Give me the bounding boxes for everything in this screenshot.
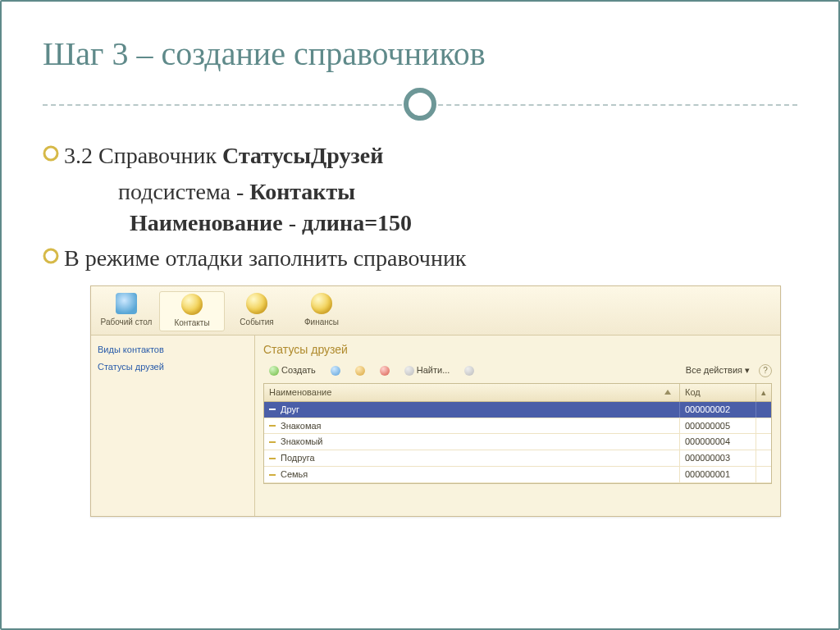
cell-scroll-gutter (756, 424, 771, 427)
topbar-label: Контакты (160, 318, 224, 327)
desktop-icon (116, 293, 137, 314)
grid-header: Наименование Код ▴ (264, 384, 771, 402)
cell-code: 000000004 (680, 434, 756, 450)
topbar-item[interactable]: Контакты (159, 291, 225, 331)
cell-code: 000000002 (680, 402, 756, 418)
text-bold: СтатусыДрузей (222, 143, 383, 168)
indent-line-1: подсистема - Контакты (118, 176, 797, 208)
main-panel: Статусы друзей Создать Найти... (255, 336, 780, 516)
clear-search-button[interactable] (459, 364, 480, 377)
create-button[interactable]: Создать (263, 363, 322, 378)
data-grid: Наименование Код ▴ Друг000000002Знакомая… (263, 383, 772, 484)
help-button[interactable]: ? (759, 364, 772, 377)
copy-icon (331, 366, 340, 376)
item-icon (269, 458, 276, 459)
pencil-icon (355, 366, 365, 376)
cell-scroll-gutter (756, 441, 771, 444)
cell-scroll-gutter (756, 457, 771, 460)
all-actions-label: Все действия (686, 364, 742, 377)
topbar: Рабочий столКонтактыСобытияФинансы (91, 286, 780, 336)
copy-button[interactable] (325, 364, 346, 377)
table-row[interactable]: Семья000000001 (264, 467, 771, 483)
app-body: Виды контактовСтатусы друзей Статусы дру… (91, 336, 780, 516)
search-clear-icon (464, 366, 474, 376)
scroll-header: ▴ (756, 384, 771, 401)
bullet-item-2: В режиме отладки заполнить справочник (43, 243, 797, 274)
cell-scroll-gutter (756, 408, 771, 411)
text-bold: длина=150 (302, 210, 412, 235)
topbar-item[interactable]: События (225, 291, 290, 331)
delete-icon (380, 366, 390, 376)
cell-name-text: Знакомый (281, 436, 323, 448)
cell-name: Семья (264, 467, 680, 482)
cell-name: Друг (264, 402, 680, 418)
find-button[interactable]: Найти... (399, 363, 456, 378)
grid-body: Друг000000002Знакомая000000005Знакомый00… (264, 402, 771, 483)
item-icon (269, 425, 276, 427)
sidebar: Виды контактовСтатусы друзей (91, 336, 255, 516)
sphere-icon (181, 294, 203, 315)
item-icon (269, 474, 276, 476)
panel-title: Статусы друзей (263, 342, 772, 358)
divider (43, 88, 797, 121)
table-row[interactable]: Знакомая000000005 (264, 418, 771, 435)
bullet-icon (43, 145, 64, 167)
cell-name-text: Семья (281, 468, 308, 481)
cell-name-text: Подруга (281, 452, 315, 464)
sort-asc-icon (664, 390, 671, 395)
slide: Шаг 3 – создание справочников 3.2 Справо… (0, 0, 840, 630)
table-row[interactable]: Подруга000000003 (264, 450, 771, 467)
app-window: Рабочий столКонтактыСобытияФинансы Виды … (90, 285, 781, 517)
toolbar: Создать Найти... Все действия (263, 363, 772, 378)
cell-name-text: Друг (281, 404, 299, 416)
table-row[interactable]: Друг000000002 (264, 402, 771, 418)
search-icon (404, 366, 414, 376)
table-row[interactable]: Знакомый000000004 (264, 434, 771, 450)
cell-name: Знакомая (264, 418, 680, 434)
text-fragment: подсистема - (118, 179, 249, 204)
item-icon (269, 441, 276, 443)
cell-name: Подруга (264, 450, 680, 466)
create-label: Создать (281, 364, 316, 377)
svg-point-1 (44, 249, 57, 262)
bullet-2-text: В режиме отладки заполнить справочник (64, 243, 797, 274)
topbar-label: События (225, 317, 289, 326)
text-fragment: 3.2 Справочник (64, 143, 222, 168)
delete-button[interactable] (374, 364, 395, 377)
sidebar-link[interactable]: Виды контактов (98, 344, 248, 356)
topbar-item[interactable]: Финансы (290, 291, 354, 331)
text-fragment: - (283, 210, 302, 235)
cell-scroll-gutter (756, 473, 771, 477)
sphere-icon (311, 293, 332, 314)
divider-circle-icon (404, 88, 436, 121)
find-label: Найти... (417, 364, 450, 377)
text-bold: Наименование (130, 210, 283, 235)
bullet-1-text: 3.2 Справочник СтатусыДрузей (64, 140, 797, 171)
slide-content: 3.2 Справочник СтатусыДрузей подсистема … (43, 140, 797, 517)
cell-code: 000000001 (680, 467, 756, 482)
svg-point-0 (44, 147, 57, 160)
bullet-item-1: 3.2 Справочник СтатусыДрузей (43, 140, 797, 171)
text-bold: Контакты (249, 179, 355, 204)
bullet-icon (43, 248, 64, 269)
topbar-label: Рабочий стол (94, 317, 158, 326)
cell-name: Знакомый (264, 434, 680, 450)
sphere-icon (246, 293, 267, 314)
all-actions-button[interactable]: Все действия ▾ (680, 363, 756, 378)
indent-line-2: Наименование - длина=150 (130, 208, 797, 239)
cell-name-text: Знакомая (281, 420, 322, 432)
sidebar-link[interactable]: Статусы друзей (98, 361, 248, 373)
slide-title: Шаг 3 – создание справочников (43, 34, 797, 73)
column-header-name-label: Наименование (269, 386, 331, 399)
topbar-item[interactable]: Рабочий стол (94, 291, 159, 331)
cell-code: 000000005 (680, 418, 756, 434)
edit-button[interactable] (349, 364, 371, 377)
chevron-down-icon: ▾ (745, 364, 750, 377)
column-header-name[interactable]: Наименование (264, 384, 680, 401)
topbar-label: Финансы (290, 317, 354, 326)
cell-code: 000000003 (680, 450, 756, 466)
column-header-code[interactable]: Код (680, 384, 756, 401)
plus-icon (269, 366, 279, 376)
item-icon (269, 409, 276, 410)
